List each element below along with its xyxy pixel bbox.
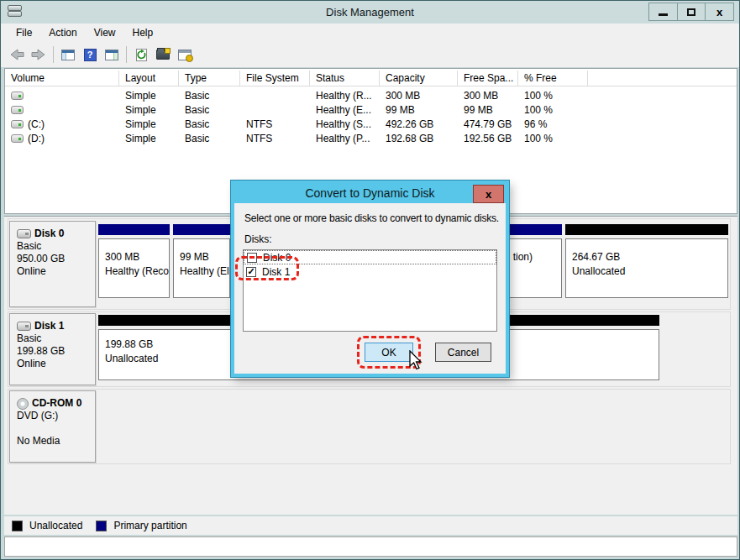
cell-pct: 96 % [518, 118, 588, 130]
window-controls: x [648, 3, 734, 21]
disk0-name: Disk 0 [34, 228, 64, 240]
column-layout[interactable]: Layout [119, 71, 179, 86]
refresh-icon [136, 49, 147, 61]
column-volume[interactable]: Volume [5, 71, 119, 86]
cell-layout: Simple [119, 90, 179, 102]
cell-free: 99 MB [458, 104, 518, 116]
properties-button[interactable] [152, 45, 174, 64]
cdrom-row [8, 389, 731, 464]
action-pane-button[interactable] [101, 45, 123, 64]
toolbar-separator [53, 46, 54, 63]
disk0-unallocated[interactable]: 264.67 GB Unallocated [565, 238, 728, 298]
disk0-state: Online [17, 265, 95, 278]
column-type[interactable]: Type [179, 71, 240, 86]
dialog-title: Convert to Dynamic Disk [234, 184, 506, 203]
column-file-system[interactable]: File System [240, 71, 310, 86]
disk1-name: Disk 1 [34, 320, 64, 332]
partition-status: Healthy (Reco [105, 264, 169, 279]
menu-action[interactable]: Action [40, 25, 85, 40]
disk-management-window: Disk Management x File Action View Help … [0, 0, 740, 560]
partition-size: 99 MB [180, 250, 229, 264]
cdrom-state: No Media [17, 435, 95, 447]
cdrom-name: CD-ROM 0 [32, 397, 81, 410]
console-tree-button[interactable] [57, 45, 79, 64]
cell-layout: Simple [119, 104, 179, 116]
forward-button[interactable] [28, 45, 50, 64]
forward-icon [31, 49, 46, 60]
column-free-space[interactable]: Free Spa... [458, 71, 518, 86]
cell-status: Healthy (P... [310, 133, 380, 144]
help-button[interactable]: ? [79, 45, 101, 64]
disk1-state: Online [17, 358, 95, 370]
column-capacity[interactable]: Capacity [380, 71, 458, 86]
partition-size: 264.67 GB [572, 250, 727, 264]
cell-layout: Simple [119, 133, 179, 144]
annotation-disk1-highlight [235, 256, 299, 280]
partition-size: 300 MB [105, 250, 169, 264]
console-tree-icon [61, 50, 75, 60]
status-bar [4, 536, 737, 557]
partition-status: Healthy (El [180, 264, 229, 279]
disks-label: Disks: [244, 233, 272, 245]
cell-pct: 100 % [518, 104, 588, 116]
disk1-kind: Basic [17, 332, 95, 345]
disk-icon [17, 229, 31, 238]
cell-fs: NTFS [240, 118, 310, 130]
cell-free: 300 MB [458, 90, 518, 102]
disk0-kind: Basic [17, 240, 95, 253]
maximize-icon [687, 8, 695, 16]
minimize-button[interactable] [649, 3, 678, 20]
table-row[interactable]: (D:) Simple Basic NTFS Healthy (P... 192… [5, 131, 737, 145]
cell-status: Healthy (R... [310, 90, 380, 102]
dialog-instruction: Select one or more basic disks to conver… [244, 212, 499, 224]
table-row[interactable]: Simple Basic Healthy (E... 99 MB 99 MB 1… [5, 102, 737, 117]
disk0-partition1[interactable]: 300 MB Healthy (Reco [98, 238, 170, 298]
cell-type: Basic [179, 104, 240, 116]
action-pane-icon [105, 50, 118, 60]
refresh-button[interactable] [130, 45, 152, 64]
manage-button[interactable] [174, 45, 196, 64]
menu-help[interactable]: Help [124, 25, 162, 40]
cancel-button[interactable]: Cancel [435, 343, 491, 362]
mouse-cursor [409, 350, 424, 371]
volume-icon [11, 92, 24, 100]
cell-capacity: 99 MB [380, 104, 458, 116]
partition-status: Unallocated [572, 264, 727, 279]
back-button[interactable] [6, 45, 28, 64]
disk0-partition2[interactable]: 99 MB Healthy (El [173, 238, 230, 298]
menu-view[interactable]: View [86, 25, 124, 40]
table-row[interactable]: Simple Basic Healthy (R... 300 MB 300 MB… [5, 88, 737, 102]
column-status[interactable]: Status [310, 71, 380, 86]
cell-capacity: 300 MB [380, 90, 458, 102]
menu-file[interactable]: File [8, 25, 40, 40]
cell-capacity: 192.68 GB [380, 133, 458, 144]
title-bar: Disk Management x [1, 1, 739, 24]
disk1-label[interactable]: Disk 1 Basic 199.88 GB Online [9, 313, 96, 385]
volume-icon [11, 120, 24, 128]
column-pct-free[interactable]: % Free [518, 71, 588, 86]
disk0-partition2-bar [173, 224, 230, 235]
window-title: Disk Management [1, 1, 739, 24]
volume-icon [11, 106, 24, 114]
volume-name: (C:) [28, 118, 45, 130]
toolbar-separator [126, 46, 127, 63]
maximize-button[interactable] [678, 3, 706, 20]
help-icon: ? [84, 49, 97, 61]
legend-primary: Primary partition [113, 520, 186, 531]
cell-type: Basic [179, 118, 240, 130]
column-filler [588, 71, 737, 86]
unallocated-swatch [12, 521, 23, 531]
dialog-close-button[interactable]: x [473, 185, 504, 203]
properties-icon [156, 50, 170, 60]
cdrom-kind: DVD (G:) [17, 410, 95, 422]
legend-unallocated: Unallocated [29, 520, 82, 531]
disk0-label[interactable]: Disk 0 Basic 950.00 GB Online [9, 221, 96, 307]
close-button[interactable]: x [706, 3, 733, 20]
cdrom-label[interactable]: CD-ROM 0 DVD (G:) No Media [9, 390, 96, 463]
cell-free: 474.79 GB [458, 118, 518, 130]
disk0-partition1-bar [98, 224, 170, 235]
table-row[interactable]: (C:) Simple Basic NTFS Healthy (S... 492… [5, 117, 737, 131]
cell-capacity: 492.26 GB [380, 118, 458, 130]
cell-pct: 100 % [518, 133, 588, 144]
minimize-icon [659, 13, 668, 16]
